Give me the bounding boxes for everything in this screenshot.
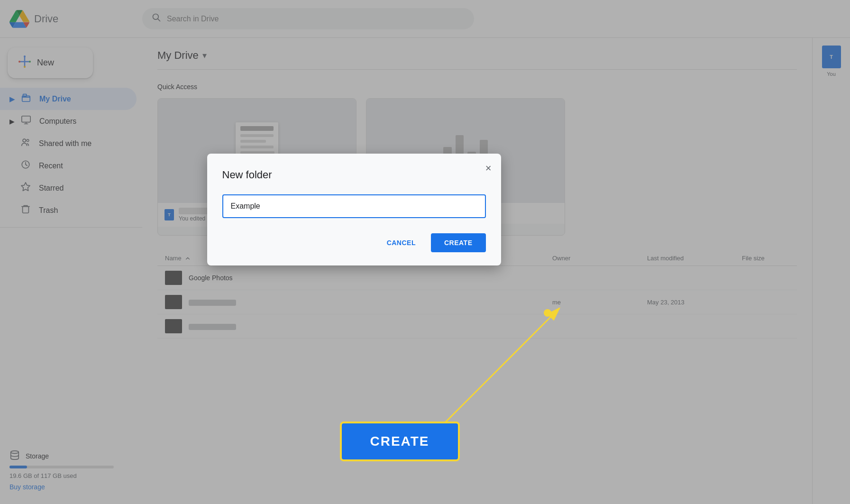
dialog-close-button[interactable]: × — [485, 163, 492, 174]
create-button-dialog[interactable]: CREATE — [431, 233, 486, 252]
new-folder-dialog: New folder × CANCEL CREATE — [207, 154, 501, 266]
cancel-button[interactable]: CANCEL — [379, 234, 423, 251]
dialog-actions: CANCEL CREATE — [222, 233, 486, 252]
folder-name-input[interactable] — [222, 194, 486, 218]
dialog-title: New folder — [222, 169, 486, 181]
callout-create-container: CREATE — [340, 422, 460, 461]
create-button-callout[interactable]: CREATE — [340, 422, 460, 461]
